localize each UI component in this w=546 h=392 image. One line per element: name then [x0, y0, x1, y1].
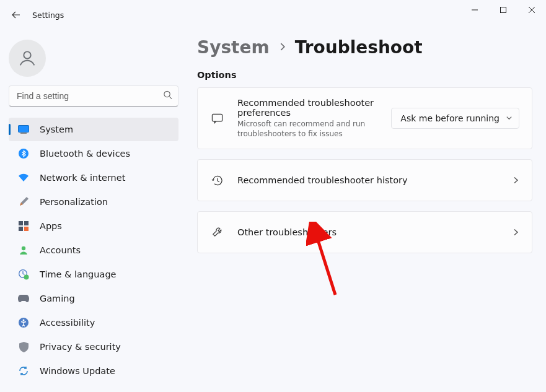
preferences-dropdown[interactable]: Ask me before running [391, 108, 519, 129]
nav-label: Time & language [40, 269, 117, 279]
nav-item-system[interactable]: System [9, 118, 178, 141]
maximize-button[interactable] [489, 0, 517, 20]
card-title: Other troubleshooters [237, 227, 507, 237]
card-title: Recommended troubleshooter preferences [237, 98, 391, 118]
card-other-troubleshooters[interactable]: Other troubleshooters [197, 211, 532, 253]
shield-icon [17, 341, 30, 353]
nav-item-privacy[interactable]: Privacy & security [9, 335, 178, 359]
minimize-button[interactable] [460, 0, 489, 20]
nav-label: Bluetooth & devices [40, 149, 130, 159]
svg-point-4 [24, 51, 30, 58]
back-button[interactable] [9, 7, 24, 22]
sidebar: System Bluetooth & devices Network & int… [0, 30, 187, 392]
chevron-right-icon [278, 41, 286, 53]
svg-rect-12 [19, 227, 23, 231]
card-title: Recommended troubleshooter history [237, 175, 507, 185]
card-troubleshooter-history[interactable]: Recommended troubleshooter history [197, 159, 532, 201]
section-label-options: Options [197, 70, 532, 80]
svg-rect-19 [212, 114, 222, 121]
nav-item-bluetooth[interactable]: Bluetooth & devices [9, 142, 178, 165]
card-subtitle: Microsoft can recommend and run troubles… [237, 119, 391, 139]
search-container [9, 85, 178, 107]
nav-item-apps[interactable]: Apps [9, 214, 178, 238]
nav-label: Network & internet [40, 173, 125, 183]
nav-item-network[interactable]: Network & internet [9, 166, 178, 189]
nav-item-windows-update[interactable]: Windows Update [9, 359, 178, 383]
nav-label: Privacy & security [40, 342, 121, 352]
bluetooth-icon [17, 147, 30, 160]
svg-point-18 [23, 320, 25, 321]
close-button[interactable] [517, 0, 546, 20]
nav-label: System [40, 124, 73, 134]
chevron-right-icon [512, 175, 519, 186]
search-icon [163, 90, 172, 102]
history-icon [210, 175, 224, 186]
card-troubleshooter-preferences[interactable]: Recommended troubleshooter preferences M… [197, 87, 532, 149]
search-input[interactable] [9, 85, 178, 107]
svg-rect-13 [24, 227, 29, 231]
gamepad-icon [17, 292, 30, 305]
breadcrumb: System Troubleshoot [197, 37, 532, 58]
window-controls [460, 0, 546, 20]
svg-line-6 [169, 97, 172, 99]
account-avatar[interactable] [9, 40, 46, 77]
nav-label: Gaming [40, 294, 75, 303]
nav-item-time-language[interactable]: Time & language [9, 263, 178, 286]
nav-label: Accounts [40, 245, 81, 255]
nav-label: Apps [40, 221, 62, 231]
svg-rect-10 [19, 221, 23, 225]
nav-label: Windows Update [40, 366, 115, 376]
window-title: Settings [32, 11, 64, 20]
wrench-icon [210, 227, 224, 238]
accessibility-icon [17, 316, 30, 329]
svg-rect-1 [501, 7, 506, 13]
apps-icon [17, 220, 30, 232]
dropdown-value: Ask me before running [400, 113, 500, 123]
nav-item-accounts[interactable]: Accounts [9, 238, 178, 262]
svg-rect-11 [24, 221, 29, 225]
nav-item-accessibility[interactable]: Accessibility [9, 311, 178, 334]
breadcrumb-parent[interactable]: System [197, 37, 270, 58]
person-icon [17, 244, 30, 256]
main-panel: System Troubleshoot Options Recommended … [187, 30, 546, 392]
breadcrumb-current: Troubleshoot [295, 37, 423, 58]
wifi-icon [17, 172, 30, 184]
clock-globe-icon [17, 268, 30, 281]
chevron-right-icon [512, 227, 519, 238]
paintbrush-icon [17, 196, 30, 208]
chevron-down-icon [506, 113, 513, 123]
svg-point-5 [164, 91, 170, 97]
svg-point-16 [24, 274, 29, 279]
system-icon [17, 123, 30, 136]
nav-label: Personalization [40, 197, 108, 207]
nav-item-personalization[interactable]: Personalization [9, 190, 178, 214]
svg-rect-7 [19, 126, 29, 133]
update-icon [17, 365, 30, 377]
nav-list: System Bluetooth & devices Network & int… [5, 118, 182, 383]
nav-label: Accessibility [40, 318, 95, 328]
chat-icon [210, 113, 224, 124]
nav-item-gaming[interactable]: Gaming [9, 287, 178, 310]
svg-rect-8 [20, 133, 27, 134]
svg-point-14 [22, 246, 25, 250]
